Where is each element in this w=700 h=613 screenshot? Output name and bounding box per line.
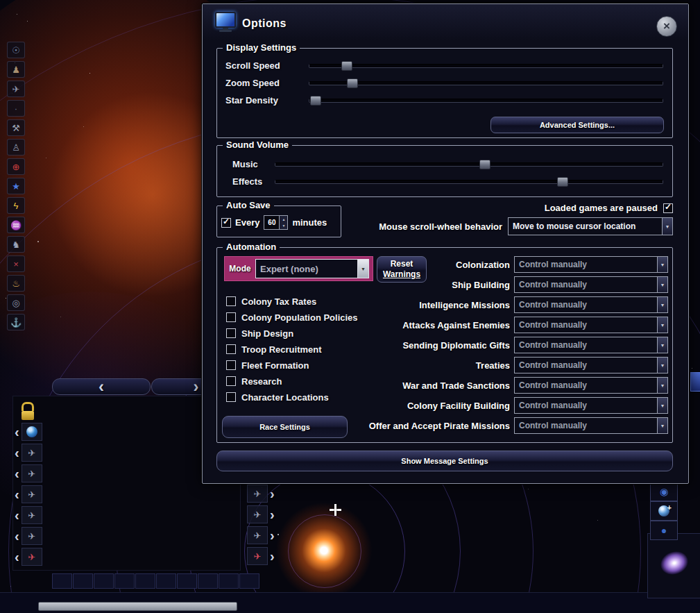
lock-icon[interactable] <box>20 402 35 420</box>
target-icon[interactable]: ⊕ <box>7 158 25 175</box>
dropdown-arrow-icon[interactable] <box>657 378 667 393</box>
fleet-item[interactable]: ✈ <box>247 485 275 503</box>
mouse-wheel-dropdown[interactable]: Move to mouse cursor location <box>508 217 673 235</box>
dropdown-arrow-icon[interactable] <box>657 297 667 312</box>
toolbar-slot[interactable] <box>219 573 239 589</box>
dot-icon[interactable]: ∙ <box>7 100 25 117</box>
tools-icon[interactable]: ⚒ <box>7 119 25 136</box>
ship-icon[interactable]: ✈ <box>7 81 25 97</box>
spinner-down-icon[interactable] <box>280 223 287 230</box>
offer-and-accept-pirate-missions-dropdown[interactable]: Control manually <box>514 417 668 434</box>
bottom-scrollbar[interactable] <box>38 602 237 611</box>
hot-springs-icon[interactable]: ♨ <box>7 275 25 292</box>
close-button[interactable] <box>656 16 677 37</box>
chevron-left-icon[interactable] <box>15 467 19 480</box>
colony-facility-building-dropdown[interactable]: Control manually <box>514 397 668 414</box>
treaties-dropdown[interactable]: Control manually <box>514 357 668 373</box>
fleet-item[interactable]: ✈ <box>247 526 275 544</box>
slider-handle[interactable] <box>347 78 358 88</box>
sphere-view-icon[interactable]: ● <box>650 521 678 540</box>
chevron-right-icon[interactable] <box>270 549 275 563</box>
autosave-checkbox[interactable] <box>221 218 231 228</box>
toolbar-slot[interactable] <box>135 573 155 589</box>
intelligence-missions-dropdown[interactable]: Control manually <box>514 296 668 313</box>
dropdown-value: Control manually <box>515 257 657 272</box>
slider-handle[interactable] <box>557 177 568 187</box>
chevron-left-icon[interactable] <box>15 446 19 460</box>
slider-handle[interactable] <box>341 61 352 71</box>
target-icon: ⊕ <box>12 162 20 172</box>
fleet-icon[interactable]: ♒ <box>7 217 25 233</box>
dropdown-arrow-icon[interactable] <box>657 257 667 272</box>
fleet-item[interactable]: ✈ <box>247 505 275 523</box>
leader-icon[interactable]: ♟ <box>7 61 25 78</box>
colonization-dropdown[interactable]: Control manually <box>514 256 668 273</box>
dialog-titlebar[interactable]: Options <box>203 4 688 40</box>
edge-icon[interactable] <box>690 372 700 392</box>
race-settings-button[interactable]: Race Settings <box>222 416 348 438</box>
dropdown-arrow-icon[interactable] <box>657 418 667 433</box>
chevron-right-icon[interactable] <box>270 487 275 501</box>
star-density-slider[interactable] <box>309 99 663 103</box>
chevron-right-icon[interactable] <box>270 507 275 521</box>
effects-slider[interactable] <box>275 180 663 184</box>
toolbar-slot[interactable] <box>94 573 114 589</box>
slider-handle[interactable] <box>310 96 321 106</box>
toolbar-slot[interactable] <box>114 573 135 589</box>
dropdown-value: Control manually <box>515 337 657 353</box>
ship-list-item[interactable] <box>15 423 42 441</box>
battle-icon[interactable]: × <box>7 255 25 272</box>
ship-list-item[interactable]: ✈ <box>15 444 42 462</box>
chevron-left-icon[interactable] <box>15 550 19 564</box>
toolbar-slot[interactable] <box>52 573 72 589</box>
anchor-icon[interactable]: ⚓ <box>7 314 25 330</box>
orbit-icon[interactable]: ◎ <box>7 294 25 311</box>
chevron-left-icon[interactable] <box>15 508 19 522</box>
crew-icon[interactable]: ♞ <box>7 236 25 253</box>
toolbar-slot[interactable] <box>177 573 197 589</box>
toolbar-slot[interactable] <box>156 573 176 589</box>
attacks-against-enemies-dropdown[interactable]: Control manually <box>514 317 668 333</box>
fleet-item[interactable]: ✈ <box>247 547 275 565</box>
dropdown-arrow-icon[interactable] <box>657 317 667 333</box>
toolbar-slot[interactable] <box>73 573 93 589</box>
star-icon[interactable]: ★ <box>7 178 25 194</box>
prev-button[interactable] <box>52 378 151 395</box>
chevron-left-icon[interactable] <box>15 487 19 501</box>
lightning-icon[interactable]: ϟ <box>7 197 25 214</box>
sending-diplomatic-gifts-dropdown[interactable]: Control manually <box>514 337 668 353</box>
ship-list-item[interactable]: ✈ <box>15 506 42 524</box>
zoom-speed-slider[interactable] <box>309 81 663 85</box>
slider-label: Scroll Speed <box>217 60 309 71</box>
autosave-interval-spinner[interactable]: 60 <box>264 215 288 230</box>
ship-list-item[interactable]: ✈ <box>15 548 42 566</box>
orbit-view-icon[interactable]: ◉ <box>650 482 678 501</box>
dropdown-arrow-icon[interactable] <box>657 337 667 353</box>
dropdown-arrow-icon[interactable] <box>657 398 667 413</box>
toolbar-slot[interactable] <box>198 573 218 589</box>
loaded-games-paused-checkbox[interactable] <box>663 203 673 213</box>
scroll-speed-slider[interactable] <box>309 64 663 68</box>
ship-building-dropdown[interactable]: Control manually <box>514 276 668 293</box>
planet-focus-icon[interactable]: + <box>650 501 678 521</box>
slider-handle[interactable] <box>479 160 490 169</box>
spinner-up-icon[interactable] <box>280 216 287 223</box>
show-message-settings-button[interactable]: Show Message Settings <box>216 451 673 471</box>
music-slider[interactable] <box>275 162 663 167</box>
toolbar-slot[interactable] <box>239 573 259 589</box>
dropdown-arrow-icon[interactable] <box>657 358 667 373</box>
chevron-right-icon[interactable] <box>270 528 275 542</box>
ship-list-item[interactable]: ✈ <box>15 464 42 482</box>
chevron-left-icon[interactable] <box>15 425 19 439</box>
chevron-left-icon[interactable] <box>15 529 19 543</box>
galaxy-icon[interactable]: ☉ <box>7 42 25 58</box>
advanced-settings-button[interactable]: Advanced Settings... <box>490 117 664 133</box>
minimap-panel[interactable] <box>647 533 700 598</box>
dropdown-arrow-icon[interactable] <box>662 218 672 235</box>
ship-list-item[interactable]: ✈ <box>15 527 42 545</box>
ship-list-item[interactable]: ✈ <box>15 485 42 503</box>
war-and-trade-sanctions-dropdown[interactable]: Control manually <box>514 377 668 394</box>
dropdown-arrow-icon[interactable] <box>657 277 667 292</box>
automation-row-label: Colonization <box>217 260 514 270</box>
pawn-icon[interactable]: ♙ <box>7 139 25 156</box>
